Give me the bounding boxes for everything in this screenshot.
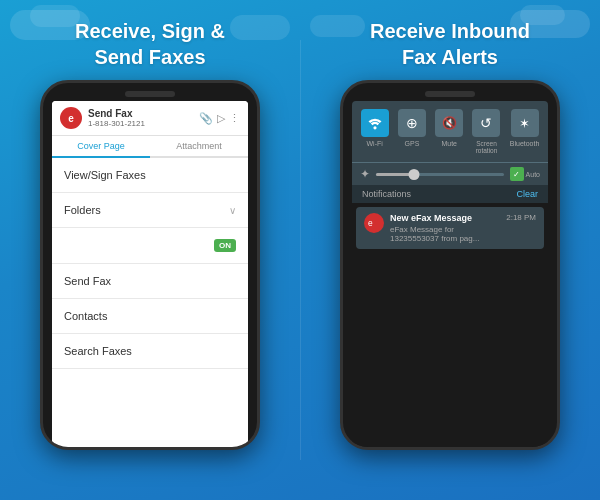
bluetooth-label: Bluetooth (510, 140, 540, 147)
tab-cover-page[interactable]: Cover Page (52, 136, 150, 158)
wifi-icon (361, 109, 389, 137)
qs-gps[interactable]: ⊕ GPS (398, 109, 426, 154)
auto-label: Auto (526, 171, 540, 178)
qs-wifi[interactable]: Wi-Fi (361, 109, 389, 154)
app-bar-subtitle: 1-818-301-2121 (88, 119, 193, 128)
right-phone-screen: Wi-Fi ⊕ GPS 🔇 Mute ↺ Screenrotation ✶ Bl… (352, 101, 548, 450)
efax-notification-icon: e (364, 213, 384, 233)
mute-label: Mute (441, 140, 457, 147)
wifi-label: Wi-Fi (366, 140, 382, 147)
send-icon[interactable]: ▷ (217, 112, 225, 125)
bluetooth-icon: ✶ (511, 109, 539, 137)
notification-content: New eFax Message eFax Message for 132355… (390, 213, 500, 243)
menu-contacts[interactable]: Contacts (52, 299, 248, 334)
notification-subtitle: eFax Message for 13235553037 from pag... (390, 225, 500, 243)
attachment-icon[interactable]: 📎 (199, 112, 213, 125)
notifications-label: Notifications (362, 189, 411, 199)
auto-brightness-toggle[interactable]: ✓ Auto (510, 167, 540, 181)
right-title-text: Receive Inbound Fax Alerts (370, 20, 530, 68)
rotation-icon: ↺ (472, 109, 500, 137)
menu-folders[interactable]: Folders ∨ (52, 193, 248, 228)
menu-view-sign-faxes[interactable]: View/Sign Faxes (52, 158, 248, 193)
chevron-down-icon: ∨ (229, 205, 236, 216)
mute-icon: 🔇 (435, 109, 463, 137)
efax-logo: e (60, 107, 82, 129)
left-phone-screen: e Send Fax 1-818-301-2121 📎 ▷ ⋮ Cover Pa… (52, 101, 248, 450)
app-bar: e Send Fax 1-818-301-2121 📎 ▷ ⋮ (52, 101, 248, 136)
tab-bar: Cover Page Attachment (52, 136, 248, 158)
left-header-title: Receive, Sign & Send Faxes (75, 18, 225, 70)
brightness-control: ✦ ✓ Auto (352, 162, 548, 185)
brightness-handle (409, 169, 420, 180)
app-bar-title: Send Fax (88, 108, 193, 119)
app-bar-actions: 📎 ▷ ⋮ (199, 112, 240, 125)
gps-label: GPS (405, 140, 420, 147)
svg-text:e: e (368, 218, 373, 228)
gps-icon: ⊕ (398, 109, 426, 137)
toggle-on[interactable]: ON (214, 239, 236, 252)
right-phone-speaker (425, 91, 475, 97)
rotation-label: Screenrotation (476, 140, 498, 154)
qs-rotation[interactable]: ↺ Screenrotation (472, 109, 500, 154)
left-phone: e Send Fax 1-818-301-2121 📎 ▷ ⋮ Cover Pa… (40, 80, 260, 450)
tab-attachment[interactable]: Attachment (150, 136, 248, 156)
right-header-title: Receive Inbound Fax Alerts (370, 18, 530, 70)
auto-check-icon: ✓ (510, 167, 524, 181)
brightness-icon[interactable]: ✦ (360, 167, 370, 181)
menu-toggle-row[interactable]: ON (52, 228, 248, 264)
android-label: ANDROID (352, 253, 548, 450)
quick-settings-bar: Wi-Fi ⊕ GPS 🔇 Mute ↺ Screenrotation ✶ Bl… (352, 101, 548, 162)
phone-speaker (125, 91, 175, 97)
menu-search-faxes[interactable]: Search Faxes (52, 334, 248, 369)
notification-time: 2:18 PM (506, 213, 536, 222)
right-phone: Wi-Fi ⊕ GPS 🔇 Mute ↺ Screenrotation ✶ Bl… (340, 80, 560, 450)
more-icon[interactable]: ⋮ (229, 112, 240, 125)
qs-bluetooth[interactable]: ✶ Bluetooth (510, 109, 540, 154)
qs-mute[interactable]: 🔇 Mute (435, 109, 463, 154)
brightness-slider[interactable] (376, 173, 504, 176)
menu-send-fax[interactable]: Send Fax (52, 264, 248, 299)
left-title-text: Receive, Sign & Send Faxes (75, 20, 225, 68)
clear-button[interactable]: Clear (516, 189, 538, 199)
app-bar-info: Send Fax 1-818-301-2121 (88, 108, 193, 128)
notification-title: New eFax Message (390, 213, 500, 223)
notification-card[interactable]: e New eFax Message eFax Message for 1323… (356, 207, 544, 249)
notification-header: Notifications Clear (352, 185, 548, 203)
